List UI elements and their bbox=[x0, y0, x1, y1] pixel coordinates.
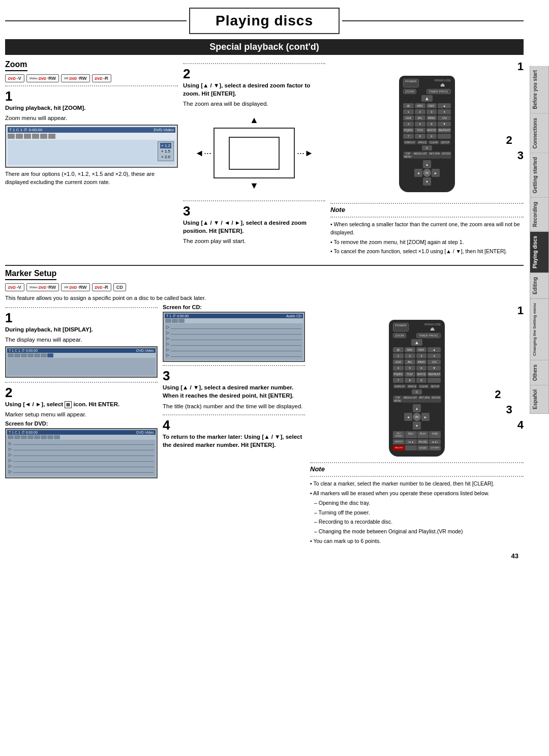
dpad-right[interactable]: ► bbox=[432, 169, 440, 177]
marker-display[interactable]: DISPLAY bbox=[393, 384, 406, 388]
remote-mno[interactable]: MNO bbox=[426, 115, 437, 120]
t-rev[interactable]: REV bbox=[405, 431, 417, 438]
m-6[interactable]: 6 bbox=[416, 366, 427, 371]
m-7[interactable]: 7 bbox=[393, 378, 404, 383]
m-8[interactable]: 8 bbox=[405, 378, 415, 383]
m-ch[interactable]: CH bbox=[428, 359, 441, 365]
remote-7[interactable]: 7 bbox=[403, 134, 414, 139]
marker-remote-timer[interactable]: TIMER PROG. bbox=[416, 333, 441, 338]
dpad-up[interactable]: ▲ bbox=[423, 160, 431, 168]
m-up[interactable]: ▲ bbox=[428, 347, 441, 352]
remote-zoom-btn[interactable]: ZOOM bbox=[403, 89, 416, 94]
m-jkl[interactable]: JKL bbox=[405, 359, 415, 365]
remote-5[interactable]: 5 bbox=[415, 122, 425, 127]
marker-remote-zoom[interactable]: ZOOM bbox=[393, 333, 406, 338]
remote-at[interactable]: @ bbox=[403, 103, 414, 108]
marker-dpad-center[interactable]: OK bbox=[413, 413, 421, 421]
m-tuv[interactable]: TUV bbox=[405, 372, 415, 377]
remote-enter[interactable]: ENTER bbox=[441, 152, 451, 159]
remote-jkl[interactable]: JKL bbox=[415, 115, 425, 120]
marker-dpad-left[interactable]: ◄ bbox=[404, 413, 412, 421]
dpad-down[interactable]: ▼ bbox=[423, 177, 431, 186]
marker-remote-power[interactable]: POWER bbox=[393, 323, 409, 331]
remote-topmenu[interactable]: TOP MENU bbox=[403, 152, 413, 159]
m-3[interactable]: 3 bbox=[416, 353, 427, 358]
remote-setup[interactable]: SETUP bbox=[440, 140, 450, 144]
remote-return[interactable]: RETURN bbox=[428, 152, 441, 159]
remote-clear[interactable]: CLEAR bbox=[429, 140, 439, 144]
remote-def[interactable]: DEF bbox=[426, 103, 437, 108]
m-5[interactable]: 5 bbox=[405, 366, 415, 371]
remote-4[interactable]: 4 bbox=[438, 109, 451, 114]
remote-ghi[interactable]: GHI bbox=[403, 115, 414, 120]
m-v[interactable]: ▼ bbox=[428, 366, 441, 371]
remote-up2[interactable]: ▲ bbox=[438, 103, 451, 108]
t-skip-fwd[interactable]: ►►| bbox=[429, 439, 441, 444]
m-ghi[interactable]: GHI bbox=[393, 359, 404, 365]
tab-connections[interactable]: Connections bbox=[530, 114, 549, 154]
tab-before-you-start[interactable]: Before you start bbox=[530, 66, 549, 114]
m-9[interactable]: 9 bbox=[416, 378, 427, 383]
marker-clear[interactable]: CLEAR bbox=[418, 384, 429, 388]
remote-ch[interactable]: CH bbox=[438, 115, 451, 120]
t-recspeed[interactable]: REC SPEED bbox=[393, 431, 405, 438]
marker-topmenu[interactable]: TOP MENU bbox=[393, 396, 403, 403]
t-switch[interactable]: SWITCH bbox=[393, 439, 405, 444]
marker-space[interactable]: SPACE bbox=[407, 384, 417, 388]
t-rec[interactable]: REC/TR bbox=[393, 445, 405, 450]
m-4b[interactable]: 4 bbox=[393, 366, 404, 371]
remote-3[interactable]: 3 bbox=[426, 109, 437, 114]
remote-9[interactable]: 9 bbox=[426, 134, 437, 139]
m-repeat[interactable]: REPEAT bbox=[428, 372, 441, 377]
remote-display[interactable]: DISPLAY bbox=[404, 140, 416, 144]
remote-tuv[interactable]: TUV bbox=[415, 128, 425, 133]
m-mno[interactable]: MNO bbox=[416, 359, 427, 365]
tab-espanol[interactable]: Español bbox=[530, 385, 549, 414]
t-stop[interactable]: STOP bbox=[417, 445, 429, 450]
t-chskip[interactable]: CH SKIP bbox=[429, 445, 441, 450]
m-abc[interactable]: ABC bbox=[405, 347, 415, 352]
remote-2[interactable]: 2 bbox=[415, 109, 425, 114]
remote-0[interactable]: 0 bbox=[422, 145, 432, 150]
marker-setup[interactable]: SETUP bbox=[430, 384, 440, 388]
dpad-left[interactable]: ◄ bbox=[414, 169, 422, 177]
marker-dpad-right[interactable]: ► bbox=[421, 413, 430, 421]
m-pqrs[interactable]: PQRS bbox=[393, 372, 404, 377]
remote-8[interactable]: 8 bbox=[415, 134, 425, 139]
remote-4b[interactable]: 4 bbox=[403, 122, 414, 127]
marker-dpad-down[interactable]: ▼ bbox=[413, 421, 421, 430]
remote-menulist[interactable]: MENU/LIST bbox=[413, 152, 429, 159]
t-pause[interactable]: PAUSE bbox=[417, 439, 429, 444]
remote-abc[interactable]: ABC bbox=[415, 103, 425, 108]
remote-timer-btn[interactable]: TIMER PROG. bbox=[426, 89, 451, 94]
marker-0[interactable]: 0 bbox=[412, 389, 422, 395]
remote-power-btn[interactable]: POWER bbox=[403, 79, 419, 87]
marker-dpad-up[interactable]: ▲ bbox=[411, 339, 422, 346]
tab-others[interactable]: Others bbox=[530, 360, 549, 385]
remote-6[interactable]: 6 bbox=[426, 122, 437, 127]
tab-playing-discs[interactable]: Playing discs bbox=[530, 232, 549, 273]
remote-repeat[interactable]: REPEAT bbox=[438, 128, 451, 133]
m-def[interactable]: DEF bbox=[416, 347, 427, 352]
tab-editing[interactable]: Editing bbox=[530, 273, 549, 299]
remote-space[interactable]: SPACE bbox=[417, 140, 428, 144]
remote-v[interactable]: ▼ bbox=[438, 122, 451, 127]
m-2[interactable]: 2 bbox=[405, 353, 415, 358]
marker-dpad-up2[interactable]: ▲ bbox=[413, 404, 421, 412]
t-skip-back[interactable]: |◄◄ bbox=[405, 439, 417, 444]
t-play[interactable]: PLAY bbox=[417, 431, 429, 438]
m-wxyz[interactable]: WXYZ bbox=[416, 372, 427, 377]
tab-recording[interactable]: Recording bbox=[530, 198, 549, 231]
remote-1[interactable]: 1 bbox=[403, 109, 414, 114]
tab-changing-settings[interactable]: Changing the Setting menu bbox=[530, 299, 549, 360]
remote-wxyz[interactable]: WXYZ bbox=[426, 128, 437, 133]
marker-return[interactable]: RETURN bbox=[418, 396, 431, 403]
dpad-center[interactable]: OK bbox=[423, 169, 431, 177]
remote-pqrs[interactable]: PQRS bbox=[403, 128, 414, 133]
t-fwd[interactable]: FWD bbox=[429, 431, 441, 438]
tab-getting-started[interactable]: Getting started bbox=[530, 153, 549, 198]
marker-menulist[interactable]: MENU/LIST bbox=[403, 396, 418, 403]
m-4[interactable]: 4 bbox=[428, 353, 441, 358]
m-1[interactable]: 1 bbox=[393, 353, 404, 358]
remote-up[interactable]: ▲ bbox=[421, 95, 433, 102]
